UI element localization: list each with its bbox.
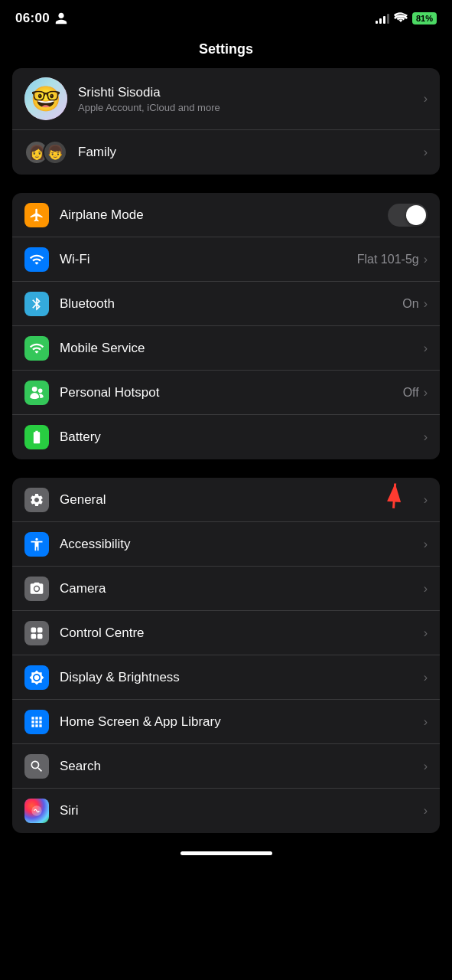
search-icon: [29, 759, 44, 774]
airplane-mode-row[interactable]: Airplane Mode: [12, 193, 440, 237]
status-right: 81%: [376, 12, 437, 25]
airplane-mode-toggle[interactable]: [388, 204, 428, 227]
profile-info: Srishti Sisodia Apple Account, iCloud an…: [78, 85, 424, 113]
search-icon-wrap: [24, 754, 49, 779]
wifi-value: Flat 101-5g: [357, 253, 419, 266]
hotspot-label: Personal Hotspot: [60, 385, 403, 400]
accessibility-label: Accessibility: [60, 537, 424, 552]
home-screen-label: Home Screen & App Library: [60, 714, 424, 730]
home-screen-icon-wrap: [24, 710, 49, 734]
battery-row[interactable]: Battery ›: [12, 415, 440, 459]
avatar: 🤓: [24, 77, 67, 120]
siri-icon: [29, 803, 44, 818]
mobile-service-chevron: ›: [424, 341, 428, 355]
home-screen-row[interactable]: Home Screen & App Library ›: [12, 700, 440, 744]
wifi-row[interactable]: Wi-Fi Flat 101-5g ›: [12, 237, 440, 282]
bluetooth-icon: [29, 296, 44, 312]
airplane-mode-label: Airplane Mode: [60, 207, 388, 223]
control-centre-chevron: ›: [424, 626, 428, 640]
hotspot-row[interactable]: Personal Hotspot Off ›: [12, 371, 440, 415]
wifi-label: Wi-Fi: [60, 252, 357, 267]
profile-chevron: ›: [424, 92, 428, 106]
airplane-icon: [29, 207, 44, 223]
family-chevron: ›: [424, 145, 428, 159]
wifi-row-icon: [29, 252, 44, 267]
accessibility-chevron: ›: [424, 537, 428, 551]
family-label: Family: [78, 145, 424, 160]
camera-label: Camera: [60, 581, 424, 596]
camera-icon-wrap: [24, 577, 49, 601]
status-bar: 06:00 81%: [0, 0, 452, 34]
control-centre-label: Control Centre: [60, 626, 424, 641]
control-centre-icon: [29, 626, 44, 641]
signal-bars: [376, 13, 389, 24]
general-label: General: [60, 492, 424, 508]
wifi-icon-wrap: [24, 247, 49, 272]
home-indicator: [180, 851, 272, 855]
hotspot-icon: [29, 385, 44, 400]
bluetooth-icon-wrap: [24, 292, 49, 316]
general-row[interactable]: General ›: [12, 478, 440, 522]
page-title: Settings: [0, 34, 452, 68]
status-time: 06:00: [15, 11, 68, 26]
camera-icon: [29, 581, 44, 596]
camera-row[interactable]: Camera ›: [12, 567, 440, 611]
signal-icon: [29, 341, 44, 356]
camera-chevron: ›: [424, 582, 428, 596]
hotspot-icon-wrap: [24, 381, 49, 405]
bluetooth-row[interactable]: Bluetooth On ›: [12, 282, 440, 326]
user-icon: [54, 11, 68, 25]
profile-section: 🤓 Srishti Sisodia Apple Account, iCloud …: [12, 68, 440, 175]
siri-icon-wrap: [24, 799, 49, 823]
siri-label: Siri: [60, 803, 424, 818]
bluetooth-chevron: ›: [424, 297, 428, 311]
mobile-service-label: Mobile Service: [60, 341, 424, 356]
battery-chevron: ›: [424, 430, 428, 444]
accessibility-icon: [29, 537, 44, 552]
hotspot-chevron: ›: [424, 386, 428, 400]
wifi-chevron: ›: [424, 253, 428, 266]
bluetooth-value: On: [402, 297, 418, 311]
general-icon-wrap: [24, 488, 49, 512]
mobile-service-icon-wrap: [24, 336, 49, 361]
family-row[interactable]: 👩 👦 Family ›: [12, 130, 440, 175]
battery-icon-wrap: [24, 425, 49, 449]
hotspot-value: Off: [403, 386, 419, 400]
gear-icon: [29, 492, 44, 508]
battery-label: Battery: [60, 430, 424, 445]
siri-row[interactable]: Siri ›: [12, 789, 440, 833]
home-screen-chevron: ›: [424, 715, 428, 729]
battery-row-icon: [29, 430, 44, 445]
siri-chevron: ›: [424, 804, 428, 818]
display-brightness-row[interactable]: Display & Brightness ›: [12, 655, 440, 700]
accessibility-icon-wrap: [24, 532, 49, 557]
control-centre-row[interactable]: Control Centre ›: [12, 611, 440, 655]
control-centre-icon-wrap: [24, 621, 49, 645]
mobile-service-row[interactable]: Mobile Service ›: [12, 326, 440, 371]
home-screen-icon: [29, 714, 44, 730]
display-label: Display & Brightness: [60, 670, 424, 685]
airplane-mode-icon-wrap: [24, 203, 49, 227]
profile-name: Srishti Sisodia: [78, 85, 424, 100]
settings-section: General › Accessibility ›: [12, 478, 440, 833]
brightness-icon: [29, 670, 44, 685]
general-chevron: ›: [424, 493, 428, 507]
profile-subtitle: Apple Account, iCloud and more: [78, 102, 424, 113]
search-chevron: ›: [424, 760, 428, 773]
bluetooth-label: Bluetooth: [60, 296, 402, 312]
battery-status: 81%: [412, 12, 437, 24]
accessibility-row[interactable]: Accessibility ›: [12, 522, 440, 567]
display-icon-wrap: [24, 665, 49, 690]
search-row[interactable]: Search ›: [12, 744, 440, 789]
profile-row[interactable]: 🤓 Srishti Sisodia Apple Account, iCloud …: [12, 68, 440, 130]
connectivity-section: Airplane Mode Wi-Fi Flat 101-5g › Blueto…: [12, 193, 440, 459]
family-avatar-2: 👦: [43, 140, 67, 165]
display-chevron: ›: [424, 671, 428, 684]
wifi-status-icon: [394, 12, 408, 25]
family-avatars: 👩 👦: [24, 140, 67, 165]
search-label: Search: [60, 759, 424, 774]
